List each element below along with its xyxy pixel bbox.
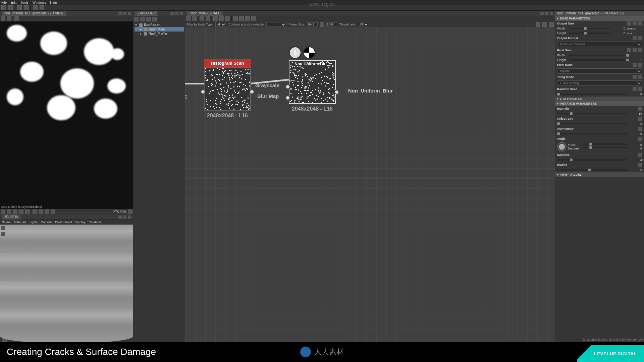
- menu-windows[interactable]: Windows: [33, 1, 46, 4]
- tool-icon[interactable]: [233, 16, 238, 21]
- menu-display[interactable]: Display: [75, 221, 86, 224]
- menu-icon[interactable]: [638, 87, 642, 91]
- close-icon[interactable]: [128, 216, 131, 219]
- menu-environment[interactable]: Environment: [55, 221, 72, 224]
- tool-icon[interactable]: [239, 16, 244, 21]
- filter-text-select[interactable]: [266, 22, 286, 27]
- document-icon[interactable]: 📄: [289, 46, 302, 59]
- menu-scene[interactable]: Scene: [2, 221, 11, 224]
- input-port[interactable]: [201, 89, 205, 94]
- composite-icon[interactable]: [303, 46, 316, 59]
- zoom-icon[interactable]: [200, 16, 204, 21]
- pin-icon[interactable]: [170, 12, 174, 15]
- slider-intensity[interactable]: [557, 113, 627, 114]
- view3d-viewport[interactable]: [0, 225, 133, 337]
- align-icon[interactable]: [186, 16, 191, 21]
- lock-icon[interactable]: [128, 209, 132, 214]
- reset-icon[interactable]: [627, 21, 631, 25]
- select-tiling-mode[interactable]: H and V Tiling: [557, 80, 642, 86]
- menu-icon[interactable]: [638, 137, 642, 141]
- slider-width[interactable]: [569, 28, 610, 29]
- fit-icon[interactable]: [206, 16, 210, 21]
- tool-icon[interactable]: [251, 16, 256, 21]
- reset-icon[interactable]: [633, 36, 637, 40]
- parent-size-input[interactable]: [307, 22, 318, 26]
- grid-icon[interactable]: [25, 209, 30, 214]
- menu-renderer[interactable]: Renderer: [89, 221, 101, 224]
- reset-icon[interactable]: [627, 48, 631, 52]
- link-icon[interactable]: [320, 22, 324, 27]
- view2d-tab[interactable]: non_uniform_blur_grayscale - 2D VIEW: [2, 11, 66, 16]
- menu-lights[interactable]: Lights: [30, 221, 38, 224]
- grid-icon[interactable]: [13, 209, 17, 214]
- pin-icon[interactable]: [118, 216, 122, 219]
- explorer-tab[interactable]: EXPLORER: [135, 11, 158, 16]
- menu-icon[interactable]: [638, 163, 642, 167]
- menu-tools[interactable]: Tools: [20, 1, 28, 4]
- pin-icon[interactable]: [118, 12, 122, 15]
- menu-icon[interactable]: [638, 127, 642, 131]
- menu-icon[interactable]: [638, 36, 642, 40]
- link-icon[interactable]: [152, 17, 157, 21]
- reset-icon[interactable]: [633, 63, 637, 67]
- graph-canvas[interactable]: 5 Histogram Scan document.write(Array.fr…: [185, 27, 555, 342]
- tool-icon[interactable]: [213, 16, 218, 21]
- menu-materials[interactable]: Materials: [14, 221, 26, 224]
- tool-icon[interactable]: [245, 16, 250, 21]
- slider-ps-width[interactable]: [569, 55, 627, 56]
- menu-icon[interactable]: [638, 48, 642, 52]
- channel-icon[interactable]: [51, 209, 55, 214]
- grid-icon[interactable]: [19, 209, 23, 214]
- channel-icon[interactable]: [33, 209, 37, 214]
- output-port[interactable]: [250, 89, 254, 94]
- slider-anisotropy[interactable]: [557, 123, 627, 124]
- tool-icon[interactable]: [219, 16, 224, 21]
- camera-icon[interactable]: [1, 226, 5, 230]
- filter-nodetype-select[interactable]: All: [215, 22, 226, 27]
- tree-item-root[interactable]: ▾ Roof.sbs*: [135, 23, 184, 27]
- slider-asymmetry[interactable]: [557, 133, 627, 134]
- section-attributes[interactable]: ▾ATTRIBUTES: [555, 97, 644, 101]
- link-icon[interactable]: [633, 21, 637, 25]
- input-port-blurmap[interactable]: [285, 96, 290, 100]
- menu-icon[interactable]: [638, 75, 642, 79]
- refresh-icon[interactable]: [140, 17, 145, 21]
- node-non-uniform-blur[interactable]: 📄 Non Uniform Blu... document.write(Arra…: [289, 60, 336, 112]
- parent-size-input[interactable]: [326, 22, 337, 26]
- close-icon[interactable]: [128, 12, 131, 15]
- input-port-grayscale[interactable]: [285, 84, 290, 89]
- slider-turns[interactable]: [583, 143, 627, 145]
- menu-icon[interactable]: [638, 117, 642, 121]
- menu-icon[interactable]: [638, 63, 642, 67]
- undo-icon[interactable]: [33, 5, 38, 10]
- reset-icon[interactable]: [633, 75, 637, 79]
- redo-icon[interactable]: [40, 5, 44, 10]
- section-input-values[interactable]: INPUT VALUES: [555, 172, 644, 177]
- pin-icon[interactable]: [540, 12, 544, 15]
- align-icon[interactable]: [192, 16, 197, 21]
- select-pixel-ratio[interactable]: Square: [557, 68, 642, 74]
- slider-height[interactable]: [569, 33, 610, 34]
- save-icon[interactable]: [24, 5, 29, 10]
- new-icon[interactable]: [1, 5, 6, 10]
- light-icon[interactable]: [1, 232, 5, 236]
- menu-file[interactable]: File: [1, 1, 7, 4]
- tree-item-main[interactable]: ▸ Roof_Main: [135, 27, 184, 32]
- graph-wire[interactable]: [185, 83, 205, 84]
- close-icon[interactable]: [180, 12, 183, 15]
- menu-icon[interactable]: [638, 21, 642, 25]
- maximize-icon[interactable]: [123, 216, 126, 219]
- reset-icon[interactable]: [633, 87, 637, 91]
- home-icon[interactable]: [134, 17, 139, 21]
- maximize-icon[interactable]: [123, 12, 126, 15]
- thumbnails-select[interactable]: All: [358, 22, 369, 27]
- section-instance-parameters[interactable]: INSTANCE PARAMETERS: [555, 101, 644, 106]
- menu-edit[interactable]: Edit: [11, 1, 16, 4]
- maximize-icon[interactable]: [175, 12, 178, 15]
- select-output-format[interactable]: 8 Bits per Channel: [557, 42, 642, 47]
- node-histogram-scan[interactable]: Histogram Scan document.write(Array.from…: [204, 59, 251, 119]
- channel-icon[interactable]: [45, 209, 49, 214]
- folder-icon[interactable]: [17, 5, 22, 10]
- open-icon[interactable]: [8, 5, 13, 10]
- timing-icon[interactable]: [536, 22, 540, 27]
